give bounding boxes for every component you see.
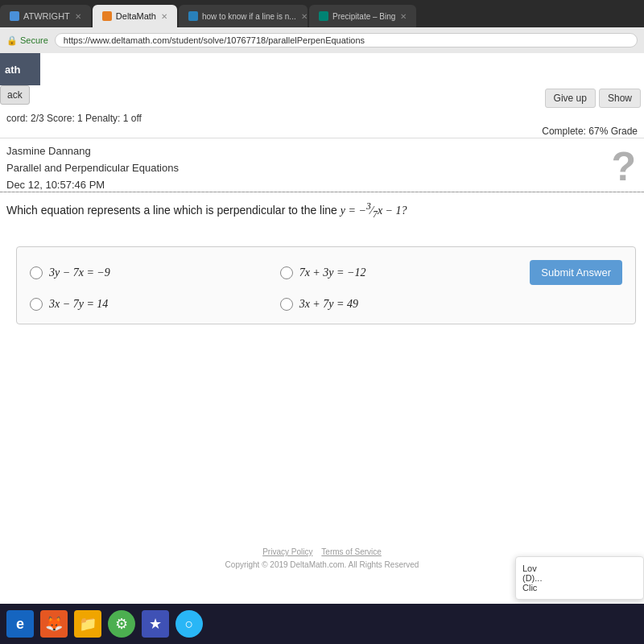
address-bar: 🔒 Secure https://www.deltamath.com/stude…: [0, 27, 644, 53]
tab-bar: ATWRIGHT ✕ DeltaMath ✕ how to know if a …: [0, 0, 644, 27]
option-a[interactable]: 3y − 7x = −9: [30, 266, 264, 279]
question-mark-decoration: ?: [611, 143, 636, 190]
give-up-button[interactable]: Give up: [545, 89, 596, 108]
taskbar-chrome-icon[interactable]: ⚙: [108, 610, 135, 638]
notif-line3: Clic: [522, 583, 637, 592]
option-a-text: 3y − 7x = −9: [49, 266, 110, 279]
tab-close-deltamath[interactable]: ✕: [161, 12, 167, 21]
taskbar-chrome2-icon[interactable]: ○: [175, 610, 203, 638]
tab-close-bing[interactable]: ✕: [400, 12, 407, 21]
tab-favicon-deltamath: [102, 11, 112, 21]
equation-in-question: y = −3⁄7x − 1?: [341, 204, 407, 217]
divider-dashed: [0, 192, 644, 192]
option-c-text: 3x − 7y = 14: [49, 298, 108, 311]
tab-favicon-atwright: [10, 11, 19, 21]
tab-howto[interactable]: how to know if a line is n... ✕: [179, 5, 308, 27]
tab-close-atwright[interactable]: ✕: [75, 12, 81, 21]
option-d[interactable]: 3x + 7y = 49: [280, 298, 514, 311]
option-b[interactable]: 7x + 3y = −12: [280, 266, 514, 279]
taskbar-files-icon[interactable]: 📁: [74, 610, 101, 638]
option-c[interactable]: 3x − 7y = 14: [30, 298, 264, 311]
answer-options: 3y − 7x = −9 7x + 3y = −12 Submit Answer…: [30, 260, 622, 311]
notif-line2: (D)...: [522, 573, 637, 583]
taskbar-ie-icon[interactable]: e: [6, 610, 34, 638]
student-topic: Parallel and Perpendicular Equations: [6, 160, 179, 177]
browser-chrome: ATWRIGHT ✕ DeltaMath ✕ how to know if a …: [0, 0, 644, 53]
address-input[interactable]: https://www.deltamath.com/student/solve/…: [55, 33, 638, 47]
back-button[interactable]: ack: [0, 85, 30, 105]
sidebar-label: ath: [0, 53, 40, 85]
secure-badge: 🔒 Secure: [6, 35, 48, 46]
radio-c[interactable]: [30, 298, 43, 311]
taskbar-firefox-icon[interactable]: 🦊: [40, 610, 68, 638]
terms-of-service-link[interactable]: Terms of Service: [321, 547, 381, 556]
option-d-text: 3x + 7y = 49: [299, 298, 358, 311]
top-right-buttons: Give up Show: [542, 85, 644, 111]
notif-line1: Lov: [522, 564, 637, 573]
radio-d[interactable]: [280, 298, 293, 311]
complete-bar: Complete: 67% Grade: [535, 124, 644, 138]
answer-box: 3y − 7x = −9 7x + 3y = −12 Submit Answer…: [16, 246, 636, 324]
submit-answer-button[interactable]: Submit Answer: [530, 260, 622, 285]
tab-favicon-bing: [319, 11, 328, 21]
privacy-policy-link[interactable]: Privacy Policy: [262, 547, 312, 556]
radio-a[interactable]: [30, 266, 43, 279]
show-button[interactable]: Show: [599, 89, 641, 108]
taskbar: e 🦊 📁 ⚙ ★ ○: [0, 604, 644, 644]
tab-favicon-howto: [188, 11, 198, 21]
tab-atwright[interactable]: ATWRIGHT ✕: [0, 5, 91, 27]
student-info: Jasmine Dannang Parallel and Perpendicul…: [6, 143, 179, 193]
student-name: Jasmine Dannang: [6, 143, 179, 160]
tab-bing[interactable]: Precipitate – Bing ✕: [309, 5, 416, 27]
option-b-text: 7x + 3y = −12: [299, 266, 366, 279]
question-text: Which equation represents a line which i…: [6, 200, 636, 221]
radio-b[interactable]: [280, 266, 293, 279]
taskbar-app-icon[interactable]: ★: [142, 610, 169, 638]
notification-popup: Lov (D)... Clic: [515, 556, 644, 600]
page-content: ath ack Give up Show cord: 2/3 Score: 1 …: [0, 53, 644, 644]
lock-icon: 🔒: [6, 35, 18, 46]
tab-deltamath[interactable]: DeltaMath ✕: [93, 5, 177, 27]
divider-top: [0, 138, 644, 138]
tab-close-howto[interactable]: ✕: [301, 12, 308, 21]
